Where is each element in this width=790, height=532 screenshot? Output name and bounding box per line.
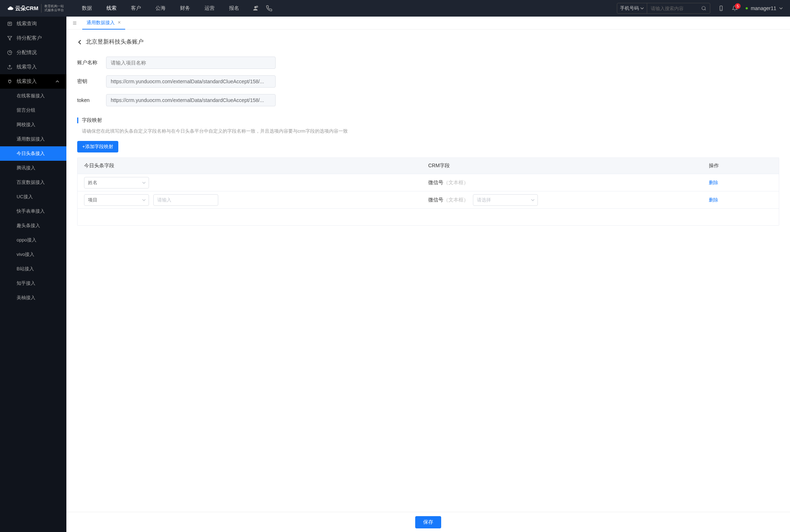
sidebar-sub-item[interactable]: 今日头条接入 — [0, 146, 66, 161]
sidebar-sub-item[interactable]: 在线客服接入 — [0, 89, 66, 103]
chevron-down-icon — [142, 198, 146, 202]
chevron-down-icon — [531, 198, 535, 202]
nav-data[interactable]: 数据 — [82, 5, 92, 12]
crm-field-hint: （文本框） — [443, 179, 469, 185]
plug-icon — [7, 79, 12, 84]
notification-badge: 5 — [735, 3, 741, 9]
secret-input[interactable] — [106, 75, 276, 88]
phone-icon[interactable] — [266, 5, 272, 12]
th-crm-field: CRM字段 — [428, 163, 709, 169]
sidebar-sub-item[interactable]: 快手表单接入 — [0, 204, 66, 218]
toutiao-field-select[interactable]: 项目 — [84, 194, 149, 206]
sidebar-sub-item[interactable]: 百度数据接入 — [0, 175, 66, 190]
sidebar-sub-item[interactable]: 知乎接入 — [0, 276, 66, 291]
sidebar-item-distribution[interactable]: 分配情况 — [0, 45, 66, 60]
pie-icon — [7, 50, 12, 55]
chevron-down-icon — [779, 6, 783, 10]
save-button[interactable]: 保存 — [415, 516, 441, 528]
sidebar-sub-item[interactable]: 腾讯接入 — [0, 161, 66, 175]
svg-line-3 — [705, 9, 706, 10]
menu-fold-icon — [72, 21, 77, 26]
sidebar-item-clue-import[interactable]: 线索导入 — [0, 60, 66, 74]
svg-rect-4 — [720, 6, 723, 10]
chevron-left-icon — [77, 40, 82, 45]
add-field-mapping-button[interactable]: +添加字段映射 — [77, 141, 118, 152]
extra-input[interactable] — [153, 194, 218, 206]
sidebar-sub-item[interactable]: 网校接入 — [0, 118, 66, 132]
nav-operation[interactable]: 运营 — [205, 5, 215, 12]
chevron-up-icon — [56, 80, 59, 83]
toutiao-field-select[interactable]: 姓名 — [84, 177, 149, 189]
search-type-select[interactable]: 手机号码 — [617, 3, 647, 13]
nav-public[interactable]: 公海 — [155, 5, 166, 12]
table-header: 今日头条字段 CRM字段 操作 — [78, 158, 779, 174]
svg-marker-9 — [8, 36, 12, 40]
search-input[interactable] — [647, 6, 698, 11]
sidebar: 线索查询 待分配客户 分配情况 线索导入 线索接入 在线客服接入留言分组网校接入… — [0, 17, 66, 532]
user-name: manager11 — [751, 5, 776, 11]
section-bar — [77, 118, 78, 123]
crm-field-select[interactable]: 请选择 — [473, 194, 538, 206]
nav-clue[interactable]: 线索 — [106, 5, 117, 12]
table-row: 姓名 微信号（文本框） 删除 — [78, 174, 779, 191]
sidebar-sub-item[interactable]: 趣头条接入 — [0, 218, 66, 233]
search-icon — [701, 6, 706, 11]
token-input[interactable] — [106, 94, 276, 106]
main-nav: 数据 线索 客户 公海 财务 运营 报名 — [82, 5, 239, 12]
delete-link[interactable]: 删除 — [709, 180, 718, 185]
tab-general-data-access[interactable]: 通用数据接入 ✕ — [82, 17, 125, 30]
delete-link[interactable]: 删除 — [709, 197, 718, 203]
page-title: 北京昱新科技头条账户 — [86, 38, 144, 46]
svg-point-2 — [702, 6, 705, 10]
logo: 云朵CRM 教育机构一站式服务云平台 — [7, 4, 64, 13]
user-plus-icon[interactable] — [252, 5, 259, 12]
account-name-label: 账户名称 — [77, 59, 106, 66]
sidebar-item-clue-access[interactable]: 线索接入 — [0, 74, 66, 89]
section-description: 请确保您在此填写的头条自定义字段名称与在今日头条平台中自定义的字段名称一致，并且… — [82, 128, 779, 134]
section-title: 字段映射 — [82, 117, 102, 124]
sidebar-sub-item[interactable]: 通用数据接入 — [0, 132, 66, 146]
token-label: token — [77, 97, 106, 103]
search-group: 手机号码 — [617, 3, 710, 14]
sidebar-item-clue-query[interactable]: 线索查询 — [0, 17, 66, 31]
status-dot — [746, 7, 748, 9]
top-header: 云朵CRM 教育机构一站式服务云平台 数据 线索 客户 公海 财务 运营 报名 … — [0, 0, 790, 17]
main-content: 通用数据接入 ✕ 北京昱新科技头条账户 账户名称 密钥 — [66, 17, 790, 532]
close-icon[interactable]: ✕ — [118, 20, 121, 25]
sidebar-sub-item[interactable]: oppo接入 — [0, 233, 66, 247]
table-row: 项目 微信号（文本框） 请选择 — [78, 191, 779, 208]
chevron-down-icon — [142, 181, 146, 185]
account-name-input[interactable] — [106, 57, 276, 69]
tabs-bar: 通用数据接入 ✕ — [66, 17, 790, 30]
chevron-down-icon — [640, 6, 644, 10]
nav-finance[interactable]: 财务 — [180, 5, 190, 12]
sidebar-sub-item[interactable]: 留言分组 — [0, 103, 66, 118]
nav-signup[interactable]: 报名 — [229, 5, 239, 12]
th-action: 操作 — [709, 163, 779, 169]
sidebar-sub-item[interactable]: B站接入 — [0, 262, 66, 276]
cloud-icon — [7, 5, 14, 12]
filter-icon — [7, 36, 12, 41]
field-mapping-table: 今日头条字段 CRM字段 操作 姓名 微信号（文本框 — [77, 158, 779, 226]
sidebar-sub-item[interactable]: UC接入 — [0, 190, 66, 204]
sidebar-item-pending-customer[interactable]: 待分配客户 — [0, 31, 66, 45]
footer-bar: 保存 — [66, 512, 790, 532]
list-icon — [7, 21, 12, 26]
secret-label: 密钥 — [77, 78, 106, 85]
search-button[interactable] — [698, 6, 710, 11]
th-toutiao-field: 今日头条字段 — [78, 163, 428, 169]
crm-field-hint: （文本框） — [443, 197, 469, 203]
mobile-icon[interactable] — [718, 5, 724, 11]
table-empty-row — [78, 208, 779, 226]
crm-field-label: 微信号 — [428, 179, 443, 185]
nav-customer[interactable]: 客户 — [131, 5, 141, 12]
upload-icon — [7, 65, 12, 70]
crm-field-label: 微信号 — [428, 197, 443, 203]
bell-icon[interactable]: 5 — [732, 5, 738, 11]
sidebar-sub-item[interactable]: 美柚接入 — [0, 291, 66, 305]
collapse-sidebar-button[interactable] — [70, 21, 79, 26]
user-menu[interactable]: manager11 — [746, 5, 783, 11]
back-button[interactable] — [77, 40, 82, 45]
sidebar-sub-item[interactable]: vivo接入 — [0, 247, 66, 262]
